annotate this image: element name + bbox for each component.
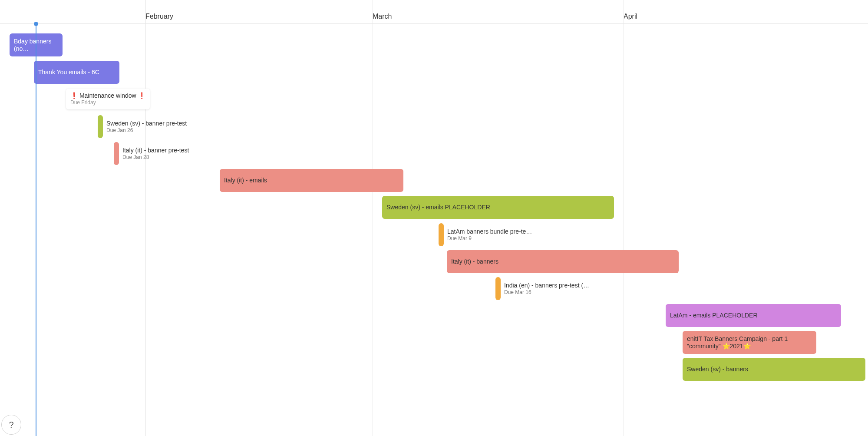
task-title: LatAm - emails PLACEHOLDER — [670, 312, 837, 319]
task-title: Thank You emails - 6C — [38, 69, 115, 76]
month-label-feb: February — [145, 13, 173, 20]
timeline-header: February March April — [0, 0, 868, 24]
task-due-label: Due Jan 28 — [122, 154, 189, 160]
task-due-label: Due Mar 9 — [447, 235, 532, 241]
task-due-label: Due Friday — [70, 99, 145, 106]
task-color-tab — [98, 115, 103, 138]
month-label-mar: March — [373, 13, 392, 20]
today-dot — [34, 22, 38, 26]
task-latam-pre[interactable]: LatAm banners bundle pre-te…Due Mar 9 — [439, 223, 532, 246]
task-maint[interactable]: ❗ Maintenance window ❗Due Friday — [66, 89, 150, 109]
help-icon: ? — [9, 420, 13, 430]
task-title: Italy (it) - banner pre-test — [122, 147, 189, 154]
task-it-ban[interactable]: Italy (it) - banners — [447, 250, 679, 273]
task-sv-emails[interactable]: Sweden (sv) - emails PLACEHOLDER — [382, 196, 614, 219]
task-title: enitIT Tax Banners Campaign - part 1 "co… — [687, 335, 812, 350]
task-title: Sweden (sv) - emails PLACEHOLDER — [386, 204, 610, 211]
month-label-apr: April — [624, 13, 637, 20]
task-color-tab — [114, 142, 119, 165]
help-button[interactable]: ? — [1, 415, 21, 435]
today-indicator — [36, 24, 36, 436]
task-sv-ban[interactable]: Sweden (sv) - banners — [683, 358, 865, 381]
task-due-label: Due Mar 16 — [504, 289, 589, 295]
task-sv-pre[interactable]: Sweden (sv) - banner pre-testDue Jan 26 — [98, 115, 187, 138]
timeline-body[interactable]: Bday ban­ners (no…Thank You emails - 6C❗… — [0, 24, 868, 436]
task-title: India (en) - banners pre-test (… — [504, 282, 589, 289]
task-title: ❗ Maintenance window ❗ — [70, 92, 145, 99]
task-title: Sweden (sv) - banners — [687, 366, 861, 373]
task-title: LatAm banners bundle pre-te… — [447, 228, 532, 235]
task-title: Italy (it) - emails — [224, 177, 399, 184]
task-latam-em[interactable]: LatAm - emails PLACEHOLDER — [666, 304, 841, 327]
task-it-emails[interactable]: Italy (it) - emails — [220, 169, 403, 192]
task-color-tab — [495, 277, 501, 300]
task-enit-tax[interactable]: enitIT Tax Banners Campaign - part 1 "co… — [683, 331, 816, 354]
task-india-pre[interactable]: India (en) - banners pre-test (…Due Mar … — [495, 277, 589, 300]
task-title: Sweden (sv) - banner pre-test — [106, 120, 187, 127]
task-title: Italy (it) - banners — [451, 258, 674, 265]
task-it-pre[interactable]: Italy (it) - banner pre-testDue Jan 28 — [114, 142, 189, 165]
task-due-label: Due Jan 26 — [106, 127, 187, 133]
task-thanks[interactable]: Thank You emails - 6C — [34, 61, 119, 84]
task-color-tab — [439, 223, 444, 246]
